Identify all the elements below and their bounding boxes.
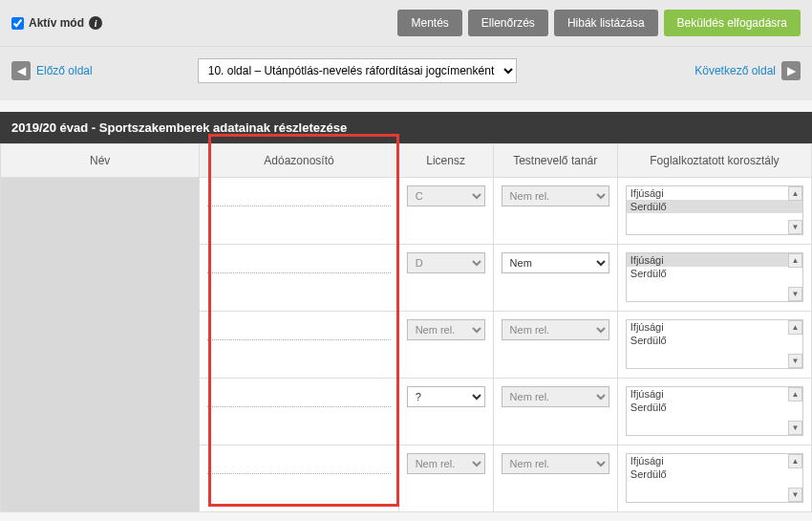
scroll-down-icon[interactable]: ▼ (788, 354, 802, 368)
scroll-down-icon[interactable]: ▼ (788, 287, 802, 301)
testnevelo-select[interactable]: Nem rel. (502, 319, 609, 340)
col-ado: Adóazonosító (200, 144, 398, 178)
licensz-select[interactable]: ? (407, 386, 485, 407)
listbox-item[interactable]: Serdülő (627, 200, 802, 213)
korosztaly-listbox[interactable]: IfjúságiSerdülő▲▼ (626, 386, 803, 436)
testnevelo-cell: Nem rel. (493, 312, 617, 379)
page-select[interactable]: 10. oldal – Utánpótlás-nevelés ráfordítá… (198, 58, 517, 83)
testnevelo-select[interactable]: Nem rel. (502, 453, 609, 474)
testnevelo-select[interactable]: Nem rel. (502, 185, 609, 206)
section-header: 2019/20 évad - Sportszakemberek adataina… (0, 112, 812, 143)
ado-input[interactable] (207, 386, 390, 407)
toolbar: Aktív mód i Mentés Ellenőrzés Hibák list… (0, 0, 812, 47)
licensz-cell: Nem rel. (398, 445, 493, 512)
ado-cell (200, 445, 398, 512)
licensz-cell: ? (398, 379, 493, 445)
chevron-left-icon: ◀ (11, 61, 31, 80)
licensz-select[interactable]: C (407, 185, 485, 206)
col-licensz: Licensz (398, 144, 493, 178)
col-foglalkoztatott: Foglalkoztatott korosztály (617, 144, 811, 178)
ado-input[interactable] (207, 252, 390, 273)
prev-page-link[interactable]: ◀ Előző oldal (11, 61, 93, 80)
listbox-item[interactable]: Ifjúsági (627, 186, 802, 200)
staff-table: Név Adóazonosító Licensz Testnevelő taná… (0, 143, 812, 512)
scroll-down-icon[interactable]: ▼ (788, 220, 802, 234)
errors-button[interactable]: Hibák listázása (554, 10, 658, 36)
licensz-cell: C (398, 178, 493, 245)
listbox-item[interactable]: Serdülő (627, 334, 802, 347)
ado-cell (200, 245, 398, 312)
listbox-item[interactable]: Ifjúsági (627, 387, 802, 401)
table-row: CNem rel.IfjúságiSerdülő▲▼ (1, 178, 812, 245)
page-nav: ◀ Előző oldal 10. oldal – Utánpótlás-nev… (0, 47, 812, 100)
korosztaly-listbox[interactable]: IfjúságiSerdülő▲▼ (626, 252, 803, 302)
listbox-item[interactable]: Serdülő (627, 467, 802, 481)
submit-button[interactable]: Beküldés elfogadásra (664, 10, 801, 36)
scroll-up-icon[interactable]: ▲ (788, 320, 802, 335)
korosztaly-listbox[interactable]: IfjúságiSerdülő▲▼ (626, 319, 803, 369)
ado-cell (200, 178, 398, 245)
scroll-up-icon[interactable]: ▲ (788, 253, 802, 268)
korosztaly-cell: IfjúságiSerdülő▲▼ (617, 312, 811, 379)
listbox-item[interactable]: Ifjúsági (627, 253, 802, 267)
testnevelo-select[interactable]: Nem (502, 252, 609, 273)
chevron-right-icon: ▶ (781, 61, 801, 80)
check-button[interactable]: Ellenőrzés (468, 10, 548, 36)
col-testnevelo: Testnevelő tanár (493, 144, 617, 178)
licensz-cell: Nem rel. (398, 312, 493, 379)
nev-cell[interactable] (1, 178, 200, 512)
korosztaly-cell: IfjúságiSerdülő▲▼ (617, 445, 811, 512)
scroll-down-icon[interactable]: ▼ (788, 488, 802, 502)
korosztaly-cell: IfjúságiSerdülő▲▼ (617, 245, 811, 312)
korosztaly-cell: IfjúságiSerdülő▲▼ (617, 379, 811, 445)
korosztaly-cell: IfjúságiSerdülő▲▼ (617, 178, 811, 245)
ado-input[interactable] (207, 185, 390, 206)
listbox-item[interactable]: Ifjúsági (627, 454, 802, 467)
scroll-up-icon[interactable]: ▲ (788, 454, 802, 468)
scroll-down-icon[interactable]: ▼ (788, 421, 802, 435)
licensz-select[interactable]: Nem rel. (407, 453, 485, 474)
testnevelo-cell: Nem rel. (493, 178, 617, 245)
next-page-label: Következő oldal (694, 64, 776, 77)
ado-input[interactable] (207, 319, 390, 340)
info-icon[interactable]: i (89, 16, 102, 30)
ado-cell (200, 379, 398, 445)
listbox-item[interactable]: Serdülő (627, 401, 802, 414)
prev-page-label: Előző oldal (36, 64, 93, 77)
active-mode-checkbox[interactable] (11, 17, 24, 30)
testnevelo-cell: Nem rel. (493, 379, 617, 445)
ado-input[interactable] (207, 453, 390, 474)
licensz-cell: D (398, 245, 493, 312)
next-page-link[interactable]: Következő oldal ▶ (694, 61, 801, 80)
testnevelo-cell: Nem rel. (493, 445, 617, 512)
ado-cell (200, 312, 398, 379)
save-button[interactable]: Mentés (397, 10, 461, 36)
testnevelo-cell: Nem (493, 245, 617, 312)
listbox-item[interactable]: Ifjúsági (627, 320, 802, 334)
korosztaly-listbox[interactable]: IfjúságiSerdülő▲▼ (626, 185, 803, 235)
active-mode-label: Aktív mód (29, 16, 84, 30)
scroll-up-icon[interactable]: ▲ (788, 387, 802, 402)
licensz-select[interactable]: D (407, 252, 485, 273)
active-mode-toggle[interactable]: Aktív mód i (11, 16, 102, 30)
testnevelo-select[interactable]: Nem rel. (502, 386, 609, 407)
korosztaly-listbox[interactable]: IfjúságiSerdülő▲▼ (626, 453, 803, 503)
scroll-up-icon[interactable]: ▲ (788, 186, 802, 201)
col-nev: Név (1, 144, 200, 178)
listbox-item[interactable]: Serdülő (627, 267, 802, 280)
licensz-select[interactable]: Nem rel. (407, 319, 485, 340)
